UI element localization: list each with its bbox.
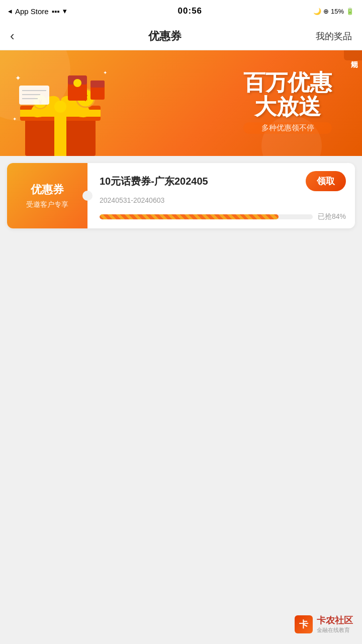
watermark-sub-text: 金融在线教育 <box>317 626 353 634</box>
moon-icon: 🌙 <box>313 8 321 15</box>
coupon-top-row: 10元话费券-广东202405 领取 <box>100 171 346 191</box>
watermark: 卡 卡农社区 金融在线教育 <box>295 614 353 634</box>
page-title: 优惠券 <box>148 29 182 44</box>
nav-bar: ‹ 优惠券 我的奖品 <box>0 22 362 50</box>
back-button[interactable]: ‹ <box>10 28 15 44</box>
banner-main-title: 百万优惠 大放送 <box>243 70 332 119</box>
svg-point-13 <box>73 79 81 87</box>
status-bar: ◂ App Store ▪▪▪ ▾ 00:56 🌙 ⊕ 15% 🔋 <box>0 0 362 22</box>
gift-illustration: ¥ ¥ ✦ ✦ ✦ <box>10 65 111 156</box>
coupon-type-label: 优惠券 <box>31 182 64 197</box>
svg-point-6 <box>54 101 66 113</box>
battery-icon: 🔋 <box>346 8 354 15</box>
coupon-audience-label: 受邀客户专享 <box>26 200 68 209</box>
coupon-label-area: 优惠券 受邀客户专享 <box>7 163 87 228</box>
svg-text:✦: ✦ <box>13 116 17 122</box>
svg-text:✦: ✦ <box>15 74 21 82</box>
coupon-name: 10元话费券-广东202405 <box>100 175 208 188</box>
claim-button[interactable]: 领取 <box>306 171 346 191</box>
coupon-date: 20240531-20240603 <box>100 196 346 204</box>
coupon-list: 优惠券 受邀客户专享 10元话费券-广东202405 领取 20240531-2… <box>0 156 362 235</box>
back-arrow-status: ◂ <box>8 7 12 16</box>
status-time: 00:56 <box>178 6 202 16</box>
promo-banner: ¥ ¥ ✦ ✦ ✦ 百万优惠 大放送 多种优惠领不停 活动规则 <box>0 50 362 156</box>
wifi-icon: ▾ <box>63 7 67 16</box>
watermark-main-text: 卡农社区 <box>317 614 353 626</box>
svg-text:✦: ✦ <box>103 70 107 75</box>
status-right: 🌙 ⊕ 15% 🔋 <box>313 8 354 15</box>
carrier-label: App Store <box>15 7 49 16</box>
coupon-progress-row: 已抢84% <box>100 212 346 221</box>
lock-icon: ⊕ <box>323 8 329 15</box>
rules-tab[interactable]: 活动规则 <box>344 50 362 60</box>
watermark-text: 卡农社区 金融在线教育 <box>317 614 353 634</box>
banner-sub-title: 多种优惠领不停 <box>243 122 332 134</box>
my-prizes-button[interactable]: 我的奖品 <box>316 30 352 42</box>
coupon-progress-bar-bg <box>100 214 313 219</box>
coupon-progress-label: 已抢84% <box>318 212 346 221</box>
banner-title-area: 百万优惠 大放送 多种优惠领不停 <box>243 70 332 134</box>
signal-icon: ▪▪▪ <box>52 7 60 16</box>
coupon-detail-area: 10元话费券-广东202405 领取 20240531-20240603 已抢8… <box>87 163 355 228</box>
watermark-icon: 卡 <box>295 615 313 633</box>
svg-rect-15 <box>90 80 105 88</box>
coupon-card: 优惠券 受邀客户专享 10元话费券-广东202405 领取 20240531-2… <box>7 163 355 228</box>
battery-label: 15% <box>331 8 344 15</box>
status-left: ◂ App Store ▪▪▪ ▾ <box>8 7 67 16</box>
coupon-progress-bar-fill <box>100 214 279 219</box>
